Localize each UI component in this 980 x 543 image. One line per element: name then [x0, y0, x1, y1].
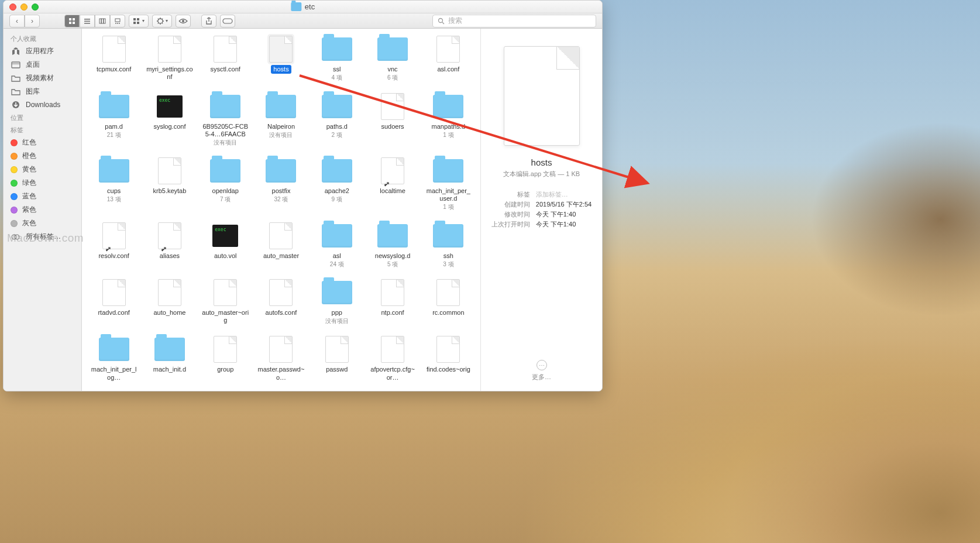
sidebar-tag-绿色[interactable]: 绿色: [4, 176, 81, 190]
file-item[interactable]: mach_init_per_user.d1 项: [422, 157, 474, 213]
folder-icon: [377, 37, 408, 61]
sidebar-tag-紫色[interactable]: 紫色: [4, 203, 81, 216]
back-button[interactable]: ‹: [9, 15, 25, 28]
file-item[interactable]: resolv.conf: [88, 222, 140, 270]
file-item[interactable]: asl24 项: [311, 222, 363, 270]
file-item[interactable]: find.codes~orig: [422, 336, 474, 384]
document-icon: [158, 157, 181, 184]
file-label: ssh: [441, 252, 456, 260]
file-item[interactable]: krb5.keytab: [143, 157, 195, 213]
sidebar-tag-橙色[interactable]: 橙色: [4, 149, 81, 163]
sidebar-tag-蓝色[interactable]: 蓝色: [4, 190, 81, 203]
document-icon: [381, 336, 404, 363]
file-item[interactable]: execsyslog.conf: [143, 93, 195, 149]
file-item[interactable]: ppp没有项目: [311, 279, 363, 327]
file-item[interactable]: apache29 项: [311, 157, 363, 213]
file-item[interactable]: asl.conf: [422, 36, 474, 84]
tags-button[interactable]: [220, 15, 235, 28]
close-window-button[interactable]: [9, 4, 16, 11]
file-item[interactable]: openldap7 项: [200, 157, 252, 213]
sidebar-tag-红色[interactable]: 红色: [4, 136, 81, 149]
preview-more-button[interactable]: ⋯ 更多…: [532, 348, 551, 382]
file-label: sudoers: [379, 122, 406, 131]
column-view-button[interactable]: [95, 15, 110, 28]
file-item[interactable]: auto_home: [143, 279, 195, 327]
search-input[interactable]: 搜索: [432, 15, 596, 28]
file-item[interactable]: pam.d21 项: [88, 93, 140, 149]
toolbar: ‹ › ▾ ▾: [4, 13, 602, 29]
sidebar-item-桌面[interactable]: 桌面: [4, 58, 81, 71]
file-item[interactable]: Nalpeiron没有项目: [255, 93, 307, 149]
folder-icon: [433, 95, 463, 118]
titlebar: etc: [4, 1, 602, 13]
sidebar-item-label: 视频素材: [26, 73, 54, 83]
share-button[interactable]: [201, 15, 216, 28]
file-item[interactable]: vnc6 项: [366, 36, 418, 84]
file-item[interactable]: ssl4 项: [311, 36, 363, 84]
file-label: vnc: [386, 65, 400, 74]
folder-icon: [433, 224, 463, 248]
file-label: find.codes~orig: [424, 365, 473, 374]
file-subtitle: 3 项: [443, 260, 453, 268]
sidebar-item-downloads[interactable]: Downloads: [4, 98, 81, 111]
svg-rect-10: [115, 19, 120, 22]
file-item[interactable]: postfix32 项: [255, 157, 307, 213]
sidebar-item-label: 灰色: [22, 218, 36, 228]
watermark: MacDown.com: [7, 232, 84, 245]
file-label: afpovertcp.cfg~or…: [366, 365, 418, 382]
minimize-window-button[interactable]: [20, 4, 27, 11]
file-item[interactable]: manpaths.d1 项: [422, 93, 474, 149]
file-item[interactable]: mach_init_per_log…: [88, 336, 140, 384]
file-label: auto_home: [151, 308, 188, 317]
gallery-view-button[interactable]: [110, 15, 125, 28]
file-item[interactable]: cups13 项: [88, 157, 140, 213]
file-item[interactable]: aliases: [143, 222, 195, 270]
file-label: aliases: [157, 252, 182, 260]
file-item[interactable]: group: [200, 336, 252, 384]
file-item[interactable]: newsyslog.d5 项: [366, 222, 418, 270]
file-label: passwd: [324, 365, 350, 374]
sidebar-item-应用程序[interactable]: 应用程序: [4, 44, 81, 58]
icon-view-button[interactable]: [64, 15, 80, 28]
document-icon: [269, 36, 293, 63]
list-view-button[interactable]: [80, 15, 95, 28]
file-item[interactable]: afpovertcp.cfg~or…: [366, 336, 418, 384]
file-label: syslog.conf: [151, 122, 188, 131]
file-label: rtadvd.conf: [95, 308, 132, 317]
folder-icon: [99, 95, 129, 118]
file-item[interactable]: ssh3 项: [422, 222, 474, 270]
forward-button[interactable]: ›: [25, 15, 40, 28]
quick-look-button[interactable]: [176, 15, 191, 28]
zoom-window-button[interactable]: [32, 4, 39, 11]
sidebar-tag-黄色[interactable]: 黄色: [4, 163, 81, 176]
file-item[interactable]: ntp.conf: [366, 279, 418, 327]
file-item[interactable]: passwd: [311, 336, 363, 384]
file-item[interactable]: tcpmux.conf: [88, 36, 140, 84]
file-item[interactable]: execauto.vol: [200, 222, 252, 270]
file-item[interactable]: sudoers: [366, 93, 418, 149]
svg-rect-0: [69, 18, 71, 20]
svg-rect-3: [73, 22, 75, 24]
folder-icon: [99, 159, 129, 183]
file-item[interactable]: autofs.conf: [255, 279, 307, 327]
sidebar-item-label: 绿色: [22, 178, 36, 188]
file-item[interactable]: 6B95205C-FCB5-4…6FAACB没有项目: [200, 93, 252, 149]
file-item[interactable]: rtadvd.conf: [88, 279, 140, 327]
file-item[interactable]: paths.d2 项: [311, 93, 363, 149]
meta-value[interactable]: 添加标签…: [536, 190, 592, 199]
sidebar-tag-灰色[interactable]: 灰色: [4, 216, 81, 230]
file-item[interactable]: mach_init.d: [143, 336, 195, 384]
file-item[interactable]: rc.common: [422, 279, 474, 327]
action-menu-button[interactable]: ▾: [152, 15, 172, 28]
file-item[interactable]: hosts: [255, 36, 307, 84]
file-item[interactable]: master.passwd~o…: [255, 336, 307, 384]
file-item[interactable]: myri_settings.conf: [143, 36, 195, 84]
sidebar-item-视频素材[interactable]: 视频素材: [4, 71, 81, 85]
group-by-button[interactable]: ▾: [129, 15, 149, 28]
file-item[interactable]: sysctl.conf: [200, 36, 252, 84]
file-item[interactable]: localtime: [366, 157, 418, 213]
sidebar-item-图库[interactable]: 图库: [4, 85, 81, 98]
file-item[interactable]: auto_master~orig: [200, 279, 252, 327]
svg-rect-16: [133, 22, 136, 24]
file-item[interactable]: auto_master: [255, 222, 307, 270]
